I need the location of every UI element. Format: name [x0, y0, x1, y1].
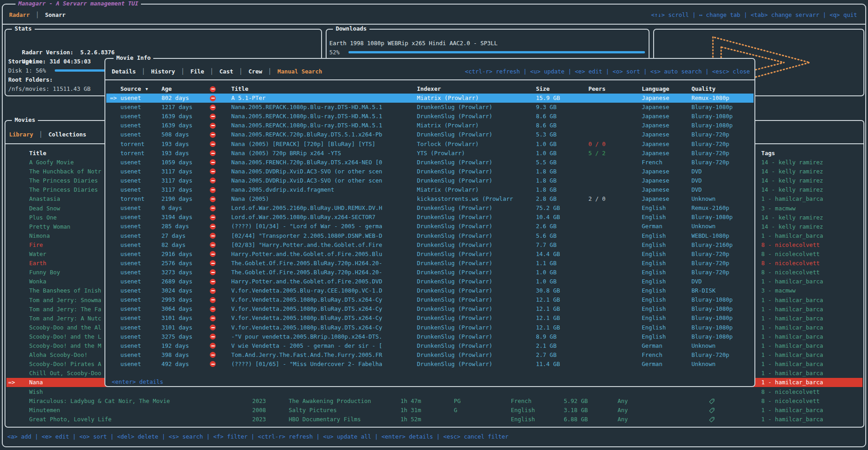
- release-row[interactable]: usenet492 days(????) [01/65] - "Miss Und…: [106, 360, 754, 369]
- movie-title-cell: Tom and Jerry: A Nutc: [29, 314, 101, 323]
- movie-info-keybinds: <ctrl-r> refresh | <u> update | <e> edit…: [465, 67, 750, 76]
- column-header-quality[interactable]: Quality: [691, 84, 716, 94]
- release-source-cell: usenet: [120, 268, 141, 277]
- release-row[interactable]: usenet1217 daysNana.2005.REPACK.1080p.Bl…: [106, 103, 754, 112]
- release-source-cell: usenet: [120, 204, 141, 213]
- release-row[interactable]: usenet3101 daysV.for.Vendetta.2005.1080p…: [106, 323, 754, 332]
- release-row[interactable]: usenet2689 daysHarry.Potter.and.the.Gobl…: [106, 277, 754, 286]
- tab-radarr[interactable]: Radarr: [9, 10, 30, 20]
- release-row[interactable]: usenet3273 daysThe.Goblet.Of.Fire.2005.B…: [106, 268, 754, 277]
- release-title-cell: Harry.Potter.and.the.Goblet.of.Fire.2005…: [231, 277, 382, 286]
- movie-title-cell: A Goofy Movie: [29, 158, 74, 167]
- modal-tab-details[interactable]: Details: [112, 67, 136, 76]
- download-item[interactable]: Earth 1998 1080p WEBRip x265 Hindi AAC2.…: [329, 39, 498, 48]
- movie-row[interactable]: Wish8 - nicolecolvett: [6, 387, 863, 397]
- release-language-cell: English: [642, 259, 666, 268]
- release-indexer-cell: Torlock (Prowlarr): [417, 140, 478, 149]
- rejected-icon: [210, 242, 216, 248]
- release-row[interactable]: usenet82 days[02/83] "Harry.Potter.and.t…: [106, 241, 754, 250]
- movie-row[interactable]: Great Photo, Lovely Life2023HBO Document…: [6, 415, 863, 424]
- release-row[interactable]: usenet1639 daysNana.2005.REPACK.1080p.Bl…: [106, 112, 754, 121]
- release-size-cell: 1.8 GB: [536, 185, 556, 194]
- modal-tab-history[interactable]: History: [151, 67, 175, 76]
- tab-sonarr[interactable]: Sonarr: [45, 10, 66, 20]
- column-header-language[interactable]: Language: [642, 84, 669, 94]
- column-header-size[interactable]: Size: [536, 84, 550, 94]
- release-row[interactable]: usenet2576 daysThe.Goblet.Of.Fire.2005.B…: [106, 259, 754, 268]
- tab-separator: [181, 67, 185, 76]
- rejected-icon: [210, 123, 216, 129]
- column-header-indexer[interactable]: Indexer: [417, 84, 441, 94]
- release-row[interactable]: usenet3101 daysV.for.Vendetta.2005.1080p…: [106, 314, 754, 323]
- movie-tags-cell: 3 - macmww: [761, 204, 795, 213]
- release-row[interactable]: usenet3194 daysLord.of.War.2005.1080p.Bl…: [106, 213, 754, 222]
- release-row[interactable]: usenet3064 daysV.for.Vendetta.2005.1080p…: [106, 304, 754, 314]
- release-indexer-cell: DrunkenSlug (Prowlarr): [417, 295, 493, 304]
- column-header-age[interactable]: Age: [161, 84, 172, 94]
- release-row[interactable]: usenet3117 daysnana.2005.dvdrip.xvid.fra…: [106, 185, 754, 194]
- rejected-icon: [210, 334, 216, 340]
- modal-tab-manual-search[interactable]: Manual Search: [277, 67, 322, 76]
- release-row[interactable]: usenet0 daysLord.of.War.2005.2160p.BluRa…: [106, 204, 754, 213]
- release-title-cell: (????) [01/34] - "Lord of War - 2005 - g…: [231, 222, 382, 231]
- column-header-peers[interactable]: Peers: [588, 84, 606, 94]
- release-size-cell: 9.3 GB: [536, 103, 556, 112]
- movie-row[interactable]: Miraculous: Ladybug & Cat Noir, The Movi…: [6, 397, 863, 406]
- release-row[interactable]: usenet3117 daysNana.2005.DVDRip.XviD.AC3…: [106, 167, 754, 176]
- movie-title-cell: Wish: [29, 387, 43, 397]
- movie-tags-cell: 1 - hamilcar_barca: [761, 369, 823, 378]
- release-row[interactable]: usenet285 days(????) [01/34] - "Lord of …: [106, 222, 754, 231]
- release-row[interactable]: usenet1639 daysNana.2005.REPACK.1080p.Bl…: [106, 121, 754, 130]
- release-age-cell: 3117 days: [161, 167, 192, 176]
- release-row[interactable]: usenet2916 daysHarry.Potter.and.the.Gobl…: [106, 250, 754, 259]
- release-source-cell: torrent: [120, 149, 145, 158]
- release-indexer-cell: DrunkenSlug (Prowlarr): [417, 103, 493, 112]
- release-row[interactable]: torrent193 daysNana (2005) 720p BRRip x2…: [106, 149, 754, 158]
- release-size-cell: 8.9 GB: [536, 332, 556, 341]
- release-quality-cell: Bluray-1080p: [691, 213, 733, 222]
- release-age-cell: 192 days: [161, 341, 189, 351]
- release-quality-cell: Unknown: [691, 194, 716, 204]
- release-size-cell: 2.1 GB: [536, 341, 556, 351]
- release-age-cell: 802 days: [161, 94, 189, 103]
- release-row[interactable]: usenet1059 daysNana.2005.FRENCH.720p.Blu…: [106, 158, 754, 167]
- release-row[interactable]: usenet3024 daysV.for.Vendetta.2005.Blu-r…: [106, 286, 754, 295]
- movie-tags-cell: 1 - hamilcar_barca: [761, 341, 823, 351]
- release-row[interactable]: usenet398 daysTom.And.Jerry.The.Fast.And…: [106, 351, 754, 360]
- movie-info-tabs-separator-line: [105, 79, 754, 80]
- movie-row[interactable]: Minutemen2008Salty Pictures1h 31mGEnglis…: [6, 406, 863, 415]
- release-row[interactable]: torrent2190 daysNana (2005)kickasstorren…: [106, 194, 754, 204]
- release-row[interactable]: usenet3117 daysNana.2005.DVDRip.XviD.AC3…: [106, 176, 754, 185]
- release-size-cell: 2.6 GB: [536, 222, 556, 231]
- release-row[interactable]: usenet192 daysV wie Vendetta - 2005 - ge…: [106, 341, 754, 351]
- release-row[interactable]: =>usenet802 daysA 5.1-PTerMiatrix (Prowl…: [106, 94, 754, 103]
- modal-tab-cast[interactable]: Cast: [219, 67, 233, 76]
- release-indexer-cell: DrunkenSlug (Prowlarr): [417, 323, 493, 332]
- release-quality-cell: Bluray-720p: [691, 140, 729, 149]
- release-age-cell: 3275 days: [161, 332, 192, 341]
- release-quality-cell: DVD: [691, 176, 702, 185]
- release-row[interactable]: usenet27 days[02/44] "Transporter 2.2005…: [106, 231, 754, 241]
- release-language-cell: Japanese: [642, 103, 669, 112]
- release-source-cell: torrent: [120, 194, 145, 204]
- tab-collections[interactable]: Collections: [48, 130, 86, 139]
- tab-library[interactable]: Library: [9, 130, 33, 139]
- movie-title-cell: Water: [29, 250, 47, 259]
- movie-year-cell: 2023: [252, 415, 266, 424]
- release-row[interactable]: torrent193 daysNana (2005) [REPACK] [720…: [106, 140, 754, 149]
- release-row[interactable]: usenet508 daysNana.2005.REPACK.720p.BluR…: [106, 130, 754, 139]
- release-size-cell: 12.1 GB: [536, 304, 560, 314]
- rejected-icon: [210, 215, 216, 220]
- modal-tab-crew[interactable]: Crew: [249, 67, 262, 76]
- release-row[interactable]: usenet2993 daysV.for.Vendetta.2005.1080p…: [106, 295, 754, 304]
- modal-tab-file[interactable]: File: [190, 67, 204, 76]
- root-folder-value: /nfs/movies: 11511.43 GB: [8, 84, 91, 94]
- column-header-release-title[interactable]: Title: [231, 84, 249, 94]
- release-indexer-cell: Miatrix (Prowlarr): [417, 185, 478, 194]
- release-language-cell: French: [642, 158, 662, 167]
- release-title-cell: V wie Vendetta - 2005 - german - der sir…: [231, 341, 382, 351]
- movie-title-cell: The Princess Diaries: [29, 176, 98, 185]
- release-row[interactable]: usenet3275 days-"V pour vendetta.2005.BR…: [106, 332, 754, 341]
- release-age-cell: 508 days: [161, 130, 189, 139]
- column-header-source[interactable]: Source: [120, 84, 141, 94]
